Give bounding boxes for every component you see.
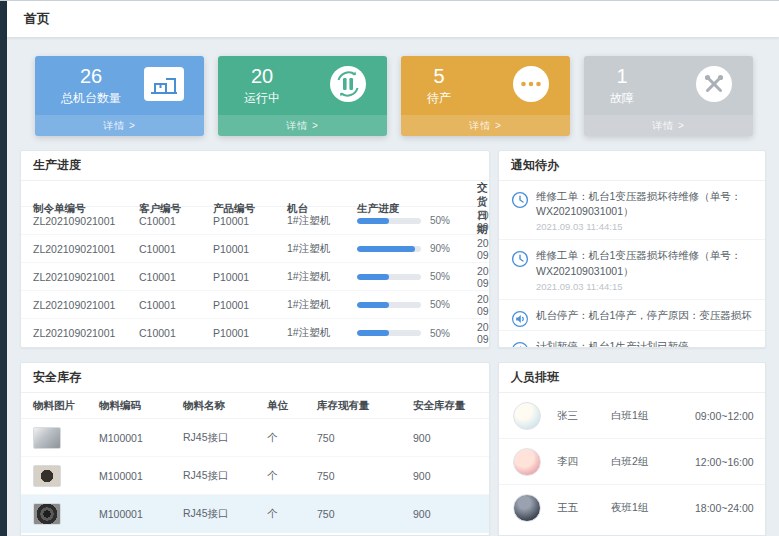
progress-percent: 50% [430, 328, 450, 339]
progress-cell: 90% [357, 243, 477, 254]
stat-card-body: 26 总机台数量 [35, 56, 204, 115]
left-edge-strip [0, 1, 7, 536]
stock-qty: 750 [317, 470, 413, 482]
machine-icon [144, 67, 184, 105]
product-no: P10001 [213, 243, 287, 255]
stat-card-fault[interactable]: 1 故障 详情 > [584, 56, 753, 136]
progress-bar [357, 302, 421, 308]
delivery-date: 2021-09-10 [477, 237, 490, 261]
stat-detail-link[interactable]: 详情 > [35, 115, 204, 136]
progress-percent: 90% [430, 243, 450, 254]
table-row: M100001 RJ45接口 个 750 900 [21, 457, 489, 495]
order-no: ZL202109021001 [33, 271, 139, 283]
col-header: 安全库存量 [413, 399, 479, 413]
safety-stock-panel: 安全库存 物料图片 物料编码 物料名称 单位 库存现有量 安全库存量 M1000… [20, 362, 490, 536]
avatar [513, 494, 541, 522]
stat-card-text: 1 故障 [610, 65, 634, 107]
delivery-date: 2021-09-10 [477, 293, 490, 317]
product-no: P10001 [213, 299, 287, 311]
material-image [33, 465, 61, 487]
customer-no: C10001 [139, 243, 213, 255]
stat-detail-link[interactable]: 详情 > [584, 115, 753, 136]
progress-cell: 50% [357, 215, 477, 226]
safety-qty: 900 [413, 470, 479, 482]
stat-card-text: 5 待产 [427, 65, 451, 107]
stat-card-running[interactable]: 20 运行中 详情 > [218, 56, 387, 136]
product-no: P10001 [213, 271, 287, 283]
machine: 1#注塑机 [287, 326, 357, 340]
stat-card-total-machines[interactable]: 26 总机台数量 详情 > [35, 56, 204, 136]
progress-bar [357, 274, 421, 280]
machine: 1#注塑机 [287, 270, 357, 284]
avatar [513, 402, 541, 430]
table-row: ZL202109021001 C10001 P10001 1#注塑机 50% 2… [21, 291, 489, 319]
col-header: 物料图片 [33, 399, 99, 413]
stock-qty: 750 [317, 508, 413, 520]
avatar [513, 448, 541, 476]
material-name: RJ45接口 [183, 507, 267, 521]
staff-name: 王五 [557, 501, 611, 515]
order-no: ZL202109021001 [33, 299, 139, 311]
todo-item[interactable]: 计划暂停：机台1生产计划已暂停 2021.09.03 11:44:15 [499, 331, 765, 348]
production-progress-panel: 生产进度 制令单编号 客户编号 产品编号 机台 生产进度 交货日期 ZL2021… [20, 150, 490, 348]
topbar: 首页 [7, 1, 779, 37]
progress-bar [357, 330, 421, 336]
stat-detail-link[interactable]: 详情 > [218, 115, 387, 136]
col-header: 库存现有量 [317, 399, 413, 413]
table-row: M100001 RJ45接口 个 750 900 [21, 419, 489, 457]
shift-time: 09:00~12:00 [695, 410, 759, 422]
shift-name: 夜班1组 [611, 501, 695, 515]
panel-title-todos: 通知待办 [499, 151, 765, 181]
progress-bar [357, 246, 421, 252]
schedule-row: 李四 白班2组 12:00~16:00 [499, 439, 765, 485]
staff-schedule-panel: 人员排班 张三 白班1组 09:00~12:00 李四 白班2组 12:00~1… [498, 362, 766, 536]
panel-title-inventory: 安全库存 [21, 363, 489, 393]
shift-name: 白班1组 [611, 409, 695, 423]
safety-qty: 900 [413, 432, 479, 444]
inventory-table-header: 物料图片 物料编码 物料名称 单位 库存现有量 安全库存量 [21, 393, 489, 419]
stat-value: 5 [427, 65, 451, 87]
panel-title-production: 生产进度 [21, 151, 489, 181]
stat-card-standby[interactable]: 5 待产 详情 > [401, 56, 570, 136]
table-row: ZL202109021001 C10001 P10001 1#注塑机 50% 2… [21, 319, 489, 347]
todo-panel: 通知待办 维修工单：机台1变压器损坏待维修（单号：WX202109031001）… [498, 150, 766, 348]
panels-row-1: 生产进度 制令单编号 客户编号 产品编号 机台 生产进度 交货日期 ZL2021… [20, 150, 766, 348]
order-no: ZL202109021001 [33, 327, 139, 339]
table-row: ZL202109021001 C10001 P10001 1#注塑机 90% 2… [21, 235, 489, 263]
schedule-row: 王五 夜班1组 18:00~24:00 [499, 485, 765, 531]
stat-value: 26 [61, 65, 121, 87]
product-no: P10001 [213, 327, 287, 339]
todo-item[interactable]: 机台停产：机台1停产，停产原因：变压器损坏 [499, 300, 765, 331]
product-no: P10001 [213, 215, 287, 227]
dashboard-page: 首页 26 总机台数量 [7, 1, 779, 536]
table-row: ZL202109021001 C10001 P10001 1#注塑机 50% 2… [21, 263, 489, 291]
material-name: RJ45接口 [183, 431, 267, 445]
material-image [33, 427, 61, 449]
stock-qty: 750 [317, 432, 413, 444]
customer-no: C10001 [139, 327, 213, 339]
shift-time: 12:00~16:00 [695, 456, 759, 468]
todo-text: 计划暂停：机台1生产计划已暂停 [536, 339, 753, 348]
stat-detail-link[interactable]: 详情 > [401, 115, 570, 136]
order-no: ZL202109021001 [33, 243, 139, 255]
stat-card-text: 20 运行中 [244, 65, 280, 107]
unit: 个 [267, 431, 317, 445]
stat-label: 总机台数量 [61, 90, 121, 107]
unit: 个 [267, 469, 317, 483]
material-code: M100001 [99, 432, 183, 444]
customer-no: C10001 [139, 215, 213, 227]
progress-percent: 50% [430, 215, 450, 226]
stat-label: 运行中 [244, 90, 280, 107]
machine: 1#注塑机 [287, 298, 357, 312]
delivery-date: 2021-09-10 [477, 321, 490, 345]
stat-card-text: 26 总机台数量 [61, 65, 121, 107]
todo-item[interactable]: 维修工单：机台1变压器损坏待维修（单号：WX202109031001） 2021… [499, 181, 765, 240]
clock-icon [511, 191, 529, 209]
col-header: 生产进度 [357, 202, 477, 216]
stat-card-body: 20 运行中 [218, 56, 387, 115]
customer-no: C10001 [139, 271, 213, 283]
shift-time: 18:00~24:00 [695, 502, 759, 514]
todo-item[interactable]: 维修工单：机台1变压器损坏待维修（单号：WX202109031001） 2021… [499, 240, 765, 299]
page-title: 首页 [24, 10, 50, 28]
progress-cell: 50% [357, 299, 477, 310]
